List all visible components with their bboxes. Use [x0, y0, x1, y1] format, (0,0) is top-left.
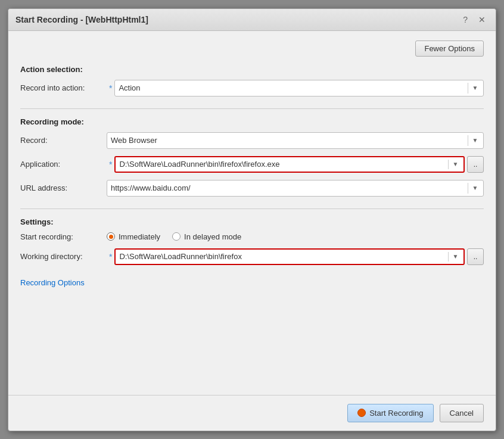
- working-dir-combo[interactable]: D:\SoftWare\LoadRunner\bin\firefox ▼: [114, 248, 465, 265]
- top-right-area: Fewer Options: [20, 41, 484, 57]
- radio-delayed[interactable]: In delayed mode: [172, 232, 241, 241]
- working-dir-field: * D:\SoftWare\LoadRunner\bin\firefox ▼ .…: [107, 248, 484, 265]
- title-bar-left: Start Recording - [WebHttpHtml1]: [15, 15, 148, 24]
- start-recording-button[interactable]: Start Recording: [347, 404, 433, 422]
- record-into-action-value: Action: [119, 83, 465, 92]
- help-button[interactable]: ?: [460, 14, 471, 26]
- radio-delayed-circle[interactable]: [172, 232, 181, 241]
- record-into-action-label: Record into action:: [20, 83, 107, 92]
- working-dir-browse-button[interactable]: ..: [467, 248, 484, 265]
- dialog-title: Start Recording - [WebHttpHtml1]: [15, 15, 148, 24]
- application-combo[interactable]: D:\SoftWare\LoadRunner\bin\firefox\firef…: [114, 156, 465, 173]
- title-bar-right: ? ✕: [460, 14, 489, 26]
- action-selection-title: Action selection:: [20, 65, 484, 74]
- record-into-action-row: Record into action: * Action ▼: [20, 80, 484, 96]
- title-bar: Start Recording - [WebHttpHtml1] ? ✕: [8, 9, 496, 31]
- record-label: Record:: [20, 136, 107, 145]
- cancel-button[interactable]: Cancel: [440, 404, 484, 422]
- working-dir-label: Working directory:: [20, 252, 107, 261]
- application-row: Application: * D:\SoftWare\LoadRunner\bi…: [20, 156, 484, 173]
- rec-icon: [357, 409, 366, 417]
- url-value: https://www.baidu.com/: [111, 183, 465, 192]
- application-label: Application:: [20, 160, 107, 169]
- url-combo-arrow[interactable]: ▼: [468, 183, 480, 194]
- application-combo-arrow[interactable]: ▼: [448, 160, 460, 169]
- required-star-workdir: *: [109, 252, 112, 261]
- record-into-action-combo[interactable]: Action ▼: [114, 80, 484, 96]
- start-recording-row: Start recording: Immediately In delayed …: [20, 232, 484, 241]
- record-row: Record: Web Browser ▼: [20, 132, 484, 149]
- required-star-app: *: [109, 160, 112, 169]
- spacer: [20, 293, 484, 379]
- record-combo-arrow[interactable]: ▼: [468, 135, 480, 146]
- application-field: * D:\SoftWare\LoadRunner\bin\firefox\fir…: [107, 156, 484, 173]
- record-combo[interactable]: Web Browser ▼: [107, 132, 484, 149]
- application-value: D:\SoftWare\LoadRunner\bin\firefox\firef…: [119, 160, 446, 169]
- footer: Start Recording Cancel: [8, 396, 496, 431]
- radio-immediately-dot: [109, 235, 113, 239]
- url-field: https://www.baidu.com/ ▼: [107, 180, 484, 197]
- recording-mode-title: Recording mode:: [20, 117, 484, 126]
- working-dir-row: Working directory: * D:\SoftWare\LoadRun…: [20, 248, 484, 265]
- working-dir-value: D:\SoftWare\LoadRunner\bin\firefox: [119, 252, 446, 261]
- application-browse-button[interactable]: ..: [467, 156, 484, 173]
- dialog: Start Recording - [WebHttpHtml1] ? ✕ Few…: [8, 8, 496, 431]
- settings-title: Settings:: [20, 217, 484, 226]
- start-recording-options: Immediately In delayed mode: [107, 232, 484, 241]
- fewer-options-button[interactable]: Fewer Options: [415, 41, 484, 57]
- radio-immediately-circle[interactable]: [107, 232, 115, 241]
- record-value: Web Browser: [111, 136, 465, 145]
- record-field: Web Browser ▼: [107, 132, 484, 149]
- separator-1: [20, 108, 484, 109]
- dialog-content: Fewer Options Action selection: Record i…: [8, 31, 496, 389]
- working-dir-combo-arrow[interactable]: ▼: [448, 252, 460, 261]
- url-combo[interactable]: https://www.baidu.com/ ▼: [107, 180, 484, 197]
- record-into-action-field: * Action ▼: [107, 80, 484, 96]
- radio-immediately-label: Immediately: [119, 232, 160, 241]
- url-row: URL address: https://www.baidu.com/ ▼: [20, 180, 484, 197]
- required-star-action: *: [109, 83, 112, 93]
- record-into-action-arrow[interactable]: ▼: [468, 83, 480, 94]
- recording-options-link[interactable]: Recording Options: [20, 278, 484, 287]
- close-button[interactable]: ✕: [475, 14, 489, 26]
- start-recording-label: Start Recording: [369, 409, 423, 418]
- start-recording-label: Start recording:: [20, 232, 107, 241]
- url-label: URL address:: [20, 183, 107, 192]
- radio-immediately[interactable]: Immediately: [107, 232, 160, 241]
- separator-2: [20, 208, 484, 209]
- radio-delayed-label: In delayed mode: [184, 232, 241, 241]
- radio-group: Immediately In delayed mode: [107, 232, 241, 241]
